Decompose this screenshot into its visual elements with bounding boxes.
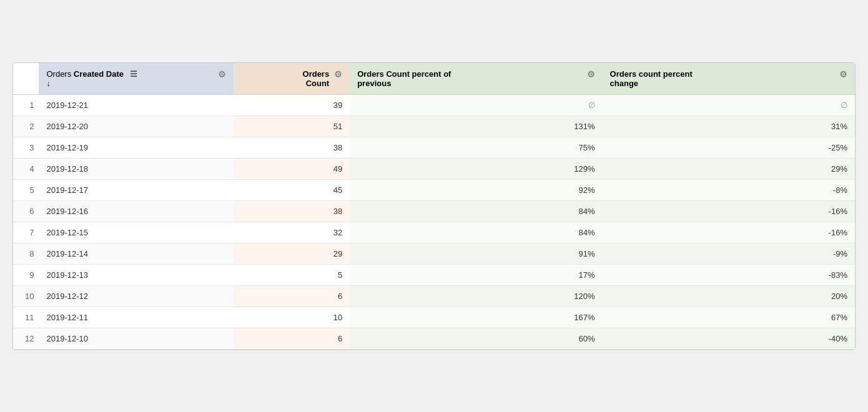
row-number: 1	[13, 94, 39, 115]
row-number: 4	[13, 158, 39, 179]
percent-change-cell: -9%	[603, 243, 855, 264]
date-cell: 2019-12-21	[39, 94, 233, 115]
percent-of-cell: 92%	[350, 179, 602, 200]
count-cell: 6	[234, 328, 350, 349]
count-cell: 45	[234, 179, 350, 200]
table-row: 22019-12-2051131%31%	[13, 115, 855, 137]
percent-change-cell: -83%	[603, 264, 855, 285]
percent-of-cell: ∅	[350, 94, 602, 115]
date-header-title: Orders Created Date ☰ ↓	[46, 69, 212, 88]
table-row: 12019-12-2139∅∅	[13, 94, 855, 115]
percent-change-cell: 31%	[603, 115, 855, 137]
date-header-label-bold: Created Date	[74, 69, 124, 79]
row-number: 12	[13, 328, 39, 349]
percent-change-cell: -16%	[603, 200, 855, 222]
percent-change-cell: ∅	[603, 94, 855, 115]
table-row: 122019-12-10660%-40%	[13, 328, 855, 349]
percent-of-cell: 75%	[350, 137, 602, 158]
table-header-row: Orders Created Date ☰ ↓ ⚙ OrdersCount ⚙	[13, 63, 855, 95]
table-row: 72019-12-153284%-16%	[13, 222, 855, 243]
table-row: 102019-12-126120%20%	[13, 285, 855, 307]
count-gear-icon[interactable]: ⚙	[334, 69, 342, 79]
row-number: 10	[13, 285, 39, 307]
percent-of-header-title: Orders Count percent ofprevious	[357, 69, 581, 88]
count-cell: 6	[234, 285, 350, 307]
table-row: 62019-12-163884%-16%	[13, 200, 855, 222]
percent-of-cell: 84%	[350, 222, 602, 243]
count-cell: 32	[234, 222, 350, 243]
date-cell: 2019-12-14	[39, 243, 233, 264]
percent-of-column-header: Orders Count percent ofprevious ⚙	[350, 63, 602, 95]
date-cell: 2019-12-12	[39, 285, 233, 307]
date-cell: 2019-12-20	[39, 115, 233, 137]
percent-of-cell: 91%	[350, 243, 602, 264]
percent-change-gear-icon[interactable]: ⚙	[839, 69, 847, 79]
row-number: 11	[13, 307, 39, 328]
date-cell: 2019-12-11	[39, 307, 233, 328]
table-row: 92019-12-13517%-83%	[13, 264, 855, 285]
percent-change-cell: -8%	[603, 179, 855, 200]
percent-change-cell: -25%	[603, 137, 855, 158]
count-cell: 49	[234, 158, 350, 179]
table-row: 82019-12-142991%-9%	[13, 243, 855, 264]
count-cell: 29	[234, 243, 350, 264]
table-row: 42019-12-1849129%29%	[13, 158, 855, 179]
row-number: 3	[13, 137, 39, 158]
percent-of-gear-icon[interactable]: ⚙	[587, 69, 595, 79]
percent-change-header-title: Orders count percentchange	[610, 69, 834, 88]
date-header-label-prefix: Orders	[46, 69, 73, 79]
percent-of-cell: 84%	[350, 200, 602, 222]
table-row: 112019-12-1110167%67%	[13, 307, 855, 328]
date-gear-icon[interactable]: ⚙	[218, 69, 226, 79]
date-cell: 2019-12-17	[39, 179, 233, 200]
date-column-header: Orders Created Date ☰ ↓ ⚙	[39, 63, 233, 95]
percent-of-cell: 17%	[350, 264, 602, 285]
count-cell: 38	[234, 200, 350, 222]
row-number: 9	[13, 264, 39, 285]
date-cell: 2019-12-19	[39, 137, 233, 158]
row-number: 7	[13, 222, 39, 243]
count-header-title: OrdersCount	[241, 69, 330, 88]
null-value: ∅	[841, 101, 847, 110]
percent-of-cell: 60%	[350, 328, 602, 349]
table-row: 32019-12-193875%-25%	[13, 137, 855, 158]
count-cell: 5	[234, 264, 350, 285]
percent-change-column-header: Orders count percentchange ⚙	[603, 63, 855, 95]
row-number: 5	[13, 179, 39, 200]
filter-icon[interactable]: ☰	[130, 69, 137, 79]
percent-of-cell: 167%	[350, 307, 602, 328]
table-row: 52019-12-174592%-8%	[13, 179, 855, 200]
row-number: 8	[13, 243, 39, 264]
row-number: 6	[13, 200, 39, 222]
date-cell: 2019-12-18	[39, 158, 233, 179]
percent-of-cell: 129%	[350, 158, 602, 179]
count-cell: 39	[234, 94, 350, 115]
percent-change-cell: -40%	[603, 328, 855, 349]
count-cell: 10	[234, 307, 350, 328]
row-number: 2	[13, 115, 39, 137]
date-cell: 2019-12-16	[39, 200, 233, 222]
percent-change-cell: 67%	[603, 307, 855, 328]
date-cell: 2019-12-13	[39, 264, 233, 285]
date-cell: 2019-12-15	[39, 222, 233, 243]
count-cell: 51	[234, 115, 350, 137]
data-table: Orders Created Date ☰ ↓ ⚙ OrdersCount ⚙	[12, 62, 856, 350]
percent-change-cell: 20%	[603, 285, 855, 307]
percent-of-cell: 120%	[350, 285, 602, 307]
count-cell: 38	[234, 137, 350, 158]
sort-indicator: ↓	[46, 79, 51, 88]
percent-of-cell: 131%	[350, 115, 602, 137]
date-cell: 2019-12-10	[39, 328, 233, 349]
null-value: ∅	[588, 101, 595, 110]
count-column-header: OrdersCount ⚙	[234, 63, 350, 95]
percent-change-cell: 29%	[603, 158, 855, 179]
row-num-header	[13, 63, 39, 95]
percent-change-cell: -16%	[603, 222, 855, 243]
